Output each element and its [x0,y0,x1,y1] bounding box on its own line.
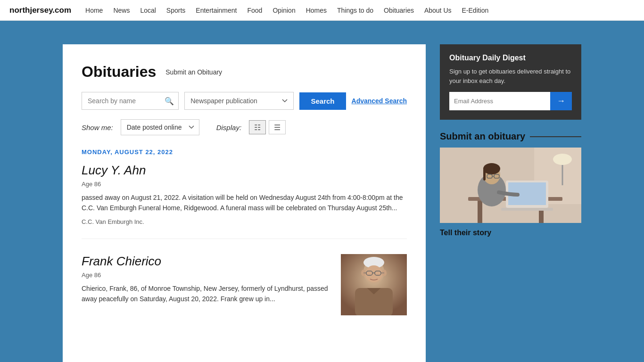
nav-item-sports[interactable]: Sports [166,6,185,15]
submit-obituary-link[interactable]: Submit an Obituary [165,68,222,76]
obit-excerpt: passed away on August 21, 2022. A visita… [82,192,407,214]
nav-item-home[interactable]: Home [85,6,103,15]
display-label: Display: [216,123,241,132]
submit-obit-title: Submit an obituary [440,131,581,142]
list-icon: ☰ [274,123,281,132]
obit-excerpt: Chierico, Frank, 86, of Monroe Township,… [82,283,331,304]
obit-age: Age 86 [82,181,407,188]
arrow-right-icon: → [557,96,565,106]
obit-inner: Lucy Y. Ahn Age 86 passed away on August… [82,163,407,225]
show-me-select-wrapper: Date posted onlineDate of deathLast name… [121,119,199,135]
search-input-wrapper: 🔍 [82,92,179,110]
nav-item-local[interactable]: Local [140,6,156,15]
page-wrapper: Obituaries Submit an Obituary 🔍 Newspape… [53,30,591,362]
nav-item-obituaries[interactable]: Obituaries [384,6,414,15]
svg-rect-23 [501,208,553,211]
digest-title: Obituary Daily Digest [449,54,572,62]
obituary-card: Lucy Y. Ahn Age 86 passed away on August… [82,163,407,239]
obit-text: Frank Chierico Age 86 Chierico, Frank, 8… [82,254,331,315]
obit-name[interactable]: Frank Chierico [82,254,331,269]
digest-input-row: → [449,92,572,110]
nav-item-entertainment[interactable]: Entertainment [196,6,237,15]
nav-links: Home News Local Sports Entertainment Foo… [85,6,488,15]
obit-text: Lucy Y. Ahn Age 86 passed away on August… [82,163,407,225]
search-icon-button[interactable]: 🔍 [165,97,174,106]
date-header: MONDAY, AUGUST 22, 2022 [82,148,407,156]
obit-name[interactable]: Lucy Y. Ahn [82,163,407,178]
obit-source: C.C. Van Emburgh Inc. [82,218,407,225]
obit-photo [341,254,407,315]
filter-row: Show me: Date posted onlineDate of death… [82,119,407,135]
obit-age: Age 86 [82,272,331,279]
nav-item-homes[interactable]: Homes [306,6,327,15]
search-button[interactable]: Search [299,92,346,110]
obit-inner: Frank Chierico Age 86 Chierico, Frank, 8… [82,254,407,315]
publication-select[interactable]: Newspaper publicationThe RecordHerald Ne… [184,92,294,110]
show-me-label: Show me: [82,123,113,132]
navigation: northjersey.com Home News Local Sports E… [0,0,644,21]
svg-rect-19 [478,201,482,223]
obituary-card: Frank Chierico Age 86 Chierico, Frank, 8… [82,254,407,329]
digest-box: Obituary Daily Digest Sign up to get obi… [440,44,581,120]
main-content: Obituaries Submit an Obituary 🔍 Newspape… [63,44,426,362]
search-row: 🔍 Newspaper publicationThe RecordHerald … [82,92,407,110]
svg-rect-27 [483,169,486,181]
nav-item-news[interactable]: News [113,6,130,15]
svg-point-17 [553,154,572,165]
site-logo[interactable]: northjersey.com [9,6,71,15]
page-header: Obituaries Submit an Obituary [82,63,407,81]
page-title: Obituaries [82,63,156,81]
digest-email-input[interactable] [449,92,550,110]
advanced-search-link[interactable]: Advanced Search [352,97,407,105]
digest-description: Sign up to get obituaries delivered stra… [449,67,572,85]
digest-submit-button[interactable]: → [550,92,572,110]
svg-point-26 [483,163,500,174]
submit-obit-image [440,148,581,223]
page-background: Obituaries Submit an Obituary 🔍 Newspape… [0,21,644,362]
show-me-select[interactable]: Date posted onlineDate of deathLast name… [121,119,199,135]
submit-obit-section: Submit an obituary [440,131,581,237]
nav-item-e-edition[interactable]: E-Edition [462,6,489,15]
nav-item-opinion[interactable]: Opinion [272,6,295,15]
search-icon: 🔍 [165,97,174,105]
display-toggles: ☷ ☰ [249,120,286,134]
grid-icon: ☷ [254,123,261,132]
nav-item-about-us[interactable]: About Us [424,6,452,15]
display-list-button[interactable]: ☰ [269,120,286,134]
tell-story-text: Tell their story [440,229,581,237]
nav-item-things-to-do[interactable]: Things to do [337,6,373,15]
sidebar: Obituary Daily Digest Sign up to get obi… [440,44,581,362]
nav-item-food[interactable]: Food [248,6,263,15]
display-grid-button[interactable]: ☷ [249,120,266,134]
